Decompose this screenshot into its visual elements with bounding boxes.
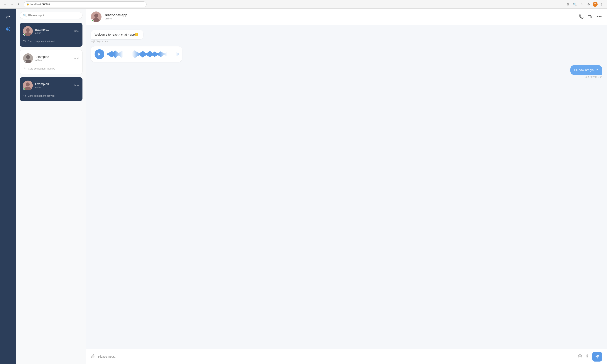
svg-point-4 — [26, 28, 30, 32]
sidebar-emoji-icon[interactable] — [4, 25, 12, 33]
extensions-button[interactable]: ⚙ — [586, 1, 592, 7]
message-audio — [91, 46, 398, 62]
chat-contact-name: react-chat-app — [105, 13, 576, 17]
svg-marker-17 — [98, 53, 101, 56]
send-button[interactable] — [592, 352, 602, 362]
message-time-sent-1: 今天 下午17：56 — [585, 76, 602, 79]
svg-point-10 — [26, 82, 30, 87]
contact-label-example1: label — [74, 30, 79, 33]
chat-header-info: react-chat-app online — [105, 13, 576, 20]
reply-icon-example1 — [23, 39, 26, 43]
refresh-button[interactable]: ↻ — [16, 1, 22, 7]
url-text: localhost:3000/# — [30, 3, 50, 6]
waveform — [107, 50, 178, 58]
action-text-example1: Card component actived — [28, 40, 54, 43]
emoji-input-icon[interactable] — [578, 354, 582, 359]
browser-nav-buttons: ← → ↻ — [2, 1, 22, 7]
contact-label-example2: label — [74, 57, 79, 60]
chat-header: react-chat-app online ••• — [86, 9, 607, 25]
svg-point-7 — [26, 55, 30, 59]
phone-call-button[interactable] — [579, 14, 583, 19]
message-received-1: Welcome to react - chat - app😊! 今天 下午17：… — [91, 30, 398, 43]
more-options-button[interactable]: ••• — [596, 14, 602, 19]
search-bar[interactable]: 🔍 — [20, 12, 82, 19]
contact-status-example3: onlne — [35, 86, 72, 89]
chat-header-actions: ••• — [579, 14, 602, 19]
address-bar[interactable]: 🔒 localhost:3000/# — [24, 1, 147, 7]
back-button[interactable]: ← — [2, 1, 8, 7]
svg-point-13 — [94, 13, 98, 18]
message-time-1: 今天 下午17：56 — [91, 40, 108, 43]
avatar-wrapper-example3 — [23, 80, 33, 90]
contact-card-example3[interactable]: Example3 onlne label Card component acti… — [20, 77, 82, 101]
forward-button[interactable]: → — [9, 1, 15, 7]
action-text-example2: Card component inactive — [28, 67, 55, 70]
reply-icon-example3 — [23, 94, 26, 98]
contact-name-example2: Example2 — [35, 55, 71, 58]
contact-name-example3: Example3 — [35, 82, 72, 86]
chat-panel: react-chat-app online ••• — [86, 9, 607, 364]
browser-actions: ⊡ 🔍 ☆ ⚙ Y ⋮ — [565, 1, 605, 7]
audio-bubble — [91, 46, 182, 62]
reply-icon-example2 — [23, 67, 27, 71]
contact-status-example2: offline — [35, 59, 71, 62]
zoom-button[interactable]: 🔍 — [572, 1, 578, 7]
profile-button[interactable]: Y — [593, 2, 598, 7]
contact-card-example1[interactable]: Example1 onlne label Card component acti… — [20, 23, 82, 47]
contact-card-example2[interactable]: Example2 offline label Card component in… — [20, 50, 82, 74]
contact-status-example1: onlne — [35, 32, 72, 35]
search-icon: 🔍 — [23, 14, 27, 17]
attachment-icon[interactable] — [91, 354, 95, 359]
bubble-received-1: Welcome to react - chat - app😊! — [91, 30, 143, 39]
chat-input-bar — [86, 349, 607, 364]
chat-contact-status: online — [105, 17, 576, 20]
play-button[interactable] — [94, 49, 104, 59]
translate-button[interactable]: ⊡ — [565, 1, 571, 7]
mic-icon[interactable] — [585, 354, 589, 359]
svg-point-0 — [6, 27, 10, 31]
contact-label-example3: label — [74, 84, 79, 87]
svg-rect-16 — [588, 15, 591, 18]
contact-list-panel: 🔍 Example1 onlne — [16, 9, 86, 364]
chat-header-avatar — [91, 12, 102, 22]
offline-indicator-example2 — [24, 61, 26, 63]
bookmark-button[interactable]: ☆ — [579, 1, 584, 7]
app-container: 🔍 Example1 onlne — [0, 9, 607, 364]
chat-messages: Welcome to react - chat - app😊! 今天 下午17：… — [86, 25, 607, 349]
video-call-button[interactable] — [588, 14, 593, 19]
message-sent-1: Hi, how are you？ 今天 下午17：56 — [570, 65, 602, 79]
browser-chrome: ← → ↻ 🔒 localhost:3000/# ⊡ 🔍 ☆ ⚙ Y ⋮ — [0, 0, 607, 9]
avatar-wrapper-example1 — [23, 26, 33, 36]
sidebar-nav — [0, 9, 16, 364]
menu-button[interactable]: ⋮ — [599, 1, 605, 7]
chat-input[interactable] — [98, 355, 575, 358]
chat-online-indicator — [92, 19, 94, 22]
lock-icon: 🔒 — [27, 3, 29, 6]
search-input[interactable] — [28, 14, 79, 17]
svg-marker-15 — [591, 16, 592, 18]
online-indicator-example1 — [23, 34, 25, 36]
online-indicator-example3 — [23, 88, 25, 90]
svg-point-18 — [578, 354, 582, 358]
bubble-sent-1: Hi, how are you？ — [570, 65, 602, 75]
contact-name-example1: Example1 — [35, 28, 72, 31]
action-text-example3: Card component actived — [28, 94, 54, 97]
avatar-wrapper-example2 — [23, 53, 33, 63]
sidebar-share-icon[interactable] — [4, 13, 12, 21]
